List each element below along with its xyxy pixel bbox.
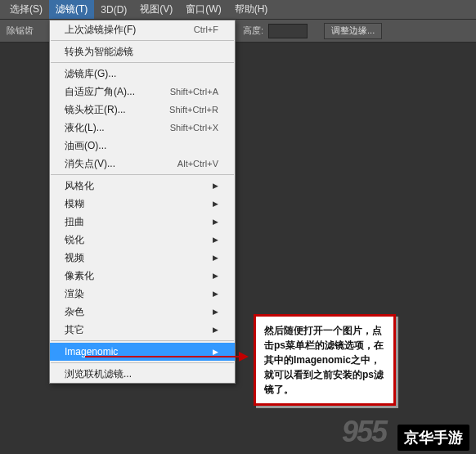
menu-item-label: 杂色 <box>65 305 84 319</box>
menu-item-label: 转换为智能滤镜 <box>65 45 133 59</box>
menu-item-label: 渲染 <box>65 287 84 301</box>
menu-shortcut: Shift+Ctrl+A <box>170 87 218 97</box>
menu-item-label: 油画(O)... <box>65 139 106 153</box>
chevron-right-icon: ▶ <box>213 200 218 208</box>
filter-dropdown: 上次滤镜操作(F)Ctrl+F转换为智能滤镜滤镜库(G)...自适应广角(A).… <box>49 20 236 384</box>
chevron-right-icon: ▶ <box>213 254 218 262</box>
menu-item-label: 扭曲 <box>65 215 84 229</box>
chevron-right-icon: ▶ <box>213 182 218 190</box>
menu-item[interactable]: 液化(L)...Shift+Ctrl+X <box>50 119 235 137</box>
menu-separator <box>51 62 234 63</box>
menu-separator <box>51 40 234 41</box>
menu-view[interactable]: 视图(V) <box>133 0 179 19</box>
menu-item-label: 像素化 <box>65 269 94 283</box>
annotation-arrow <box>85 353 249 360</box>
menu-filter[interactable]: 滤镜(T) <box>49 0 94 19</box>
menu-shortcut: Shift+Ctrl+R <box>169 105 218 115</box>
menu-item-label: 视频 <box>65 251 84 265</box>
menu-shortcut: Ctrl+F <box>194 25 218 34</box>
refine-edge-button[interactable]: 调整边缘... <box>324 23 382 39</box>
watermark-955: 955 <box>342 415 386 449</box>
chevron-right-icon: ▶ <box>213 326 218 334</box>
annotation-callout: 然后随便打开一个图片，点击ps菜单栏的滤镜选项，在其中的Imagenomic之中… <box>254 314 396 406</box>
menu-item[interactable]: 其它▶ <box>50 321 235 339</box>
menu-item[interactable]: 杂色▶ <box>50 303 235 321</box>
menu-item[interactable]: 自适应广角(A)...Shift+Ctrl+A <box>50 83 235 101</box>
chevron-right-icon: ▶ <box>213 272 218 280</box>
chevron-right-icon: ▶ <box>213 218 218 226</box>
menu-item[interactable]: 模糊▶ <box>50 195 235 213</box>
menu-separator <box>51 340 234 341</box>
menu-item-label: 锐化 <box>65 233 84 247</box>
menu-separator <box>51 174 234 175</box>
menu-item[interactable]: 浏览联机滤镜... <box>50 365 235 383</box>
menu-item-label: 镜头校正(R)... <box>65 103 126 117</box>
menu-item[interactable]: 渲染▶ <box>50 285 235 303</box>
height-input[interactable] <box>268 24 308 38</box>
chevron-right-icon: ▶ <box>213 308 218 316</box>
menu-item[interactable]: 油画(O)... <box>50 137 235 155</box>
menubar: 选择(S) 滤镜(T) 3D(D) 视图(V) 窗口(W) 帮助(H) <box>0 0 476 20</box>
chevron-right-icon: ▶ <box>213 236 218 244</box>
menu-item-label: 上次滤镜操作(F) <box>65 23 136 37</box>
menu-item-label: 其它 <box>65 323 84 337</box>
menu-item-label: 模糊 <box>65 197 84 211</box>
menu-item[interactable]: 转换为智能滤镜 <box>50 43 235 61</box>
menu-item[interactable]: 滤镜库(G)... <box>50 65 235 83</box>
menu-item[interactable]: 锐化▶ <box>50 231 235 249</box>
antialias-label: 除锯齿 <box>7 25 34 37</box>
menu-item-label: 滤镜库(G)... <box>65 67 116 81</box>
watermark-brand: 京华手游 <box>397 425 469 451</box>
menu-item[interactable]: 视频▶ <box>50 249 235 267</box>
menu-item-label: 浏览联机滤镜... <box>65 367 132 381</box>
menu-item-label: 自适应广角(A)... <box>65 85 135 99</box>
menu-item-label: 风格化 <box>65 179 94 193</box>
menu-help[interactable]: 帮助(H) <box>228 0 275 19</box>
menu-item[interactable]: 上次滤镜操作(F)Ctrl+F <box>50 20 235 38</box>
menu-item-label: 液化(L)... <box>65 121 105 135</box>
menu-shortcut: Alt+Ctrl+V <box>177 159 218 169</box>
menu-window[interactable]: 窗口(W) <box>179 0 227 19</box>
height-label: 高度: <box>243 25 263 37</box>
menu-item[interactable]: 风格化▶ <box>50 177 235 195</box>
menu-item-label: 消失点(V)... <box>65 157 115 171</box>
chevron-right-icon: ▶ <box>213 290 218 298</box>
menu-separator <box>51 362 234 363</box>
menu-shortcut: Shift+Ctrl+X <box>170 123 218 133</box>
menu-item[interactable]: 消失点(V)...Alt+Ctrl+V <box>50 155 235 173</box>
menu-item[interactable]: 像素化▶ <box>50 267 235 285</box>
menu-3d[interactable]: 3D(D) <box>94 2 133 18</box>
menu-select[interactable]: 选择(S) <box>3 0 49 19</box>
menu-item[interactable]: 镜头校正(R)...Shift+Ctrl+R <box>50 101 235 119</box>
menu-item[interactable]: 扭曲▶ <box>50 213 235 231</box>
